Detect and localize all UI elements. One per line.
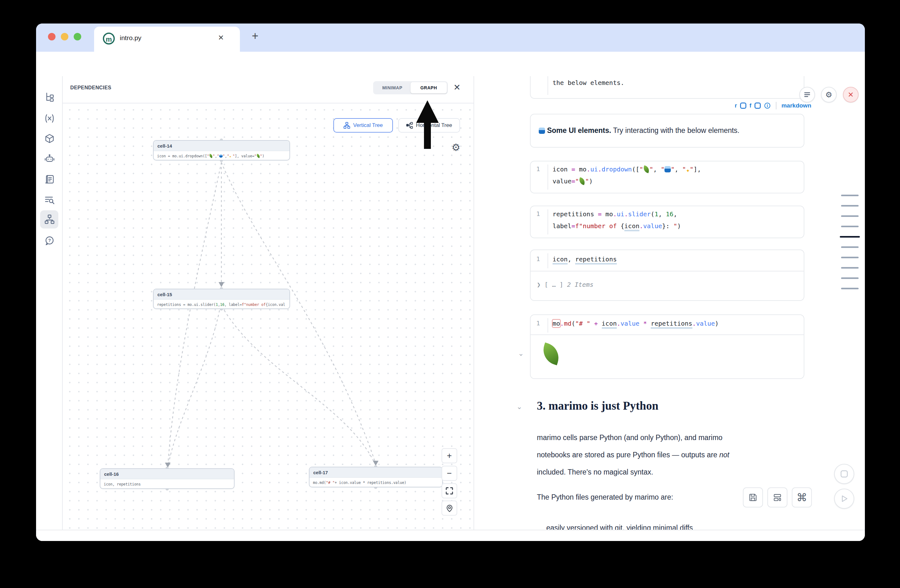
toggle-minimap[interactable]: MINIMAP xyxy=(374,82,411,93)
line-number: 1 xyxy=(536,255,540,263)
code-line[interactable]: icon = mo.ui.dropdown(["", "", ""], xyxy=(552,163,801,176)
panel-title: DEPENDENCIES xyxy=(70,85,111,91)
new-tab-button[interactable]: + xyxy=(252,29,258,43)
save-icon xyxy=(748,493,758,502)
delete-cell-button[interactable]: ✕ xyxy=(843,87,859,102)
sidebar-item-snippets[interactable] xyxy=(43,173,56,187)
vertical-tree-label: Vertical Tree xyxy=(353,122,383,128)
notebook-pane: 1 ** Some UI elements.** Try interacting… xyxy=(473,76,865,530)
drag-handle-menu-button[interactable] xyxy=(799,87,815,102)
code-line[interactable]: repetitions = mo.ui.slider(1, 16, xyxy=(552,208,801,220)
minimap-cell-marker[interactable] xyxy=(841,215,859,217)
minimap-cell-marker[interactable] xyxy=(841,226,859,227)
minimap-cell-marker[interactable] xyxy=(841,277,859,279)
leaf-output xyxy=(542,345,560,363)
close-window-button[interactable] xyxy=(48,33,56,40)
cell-divider xyxy=(531,271,804,271)
graph-node-cell-14[interactable]: cell-14 icon = mo.ui.dropdown(["", "", "… xyxy=(153,140,290,161)
minimap-cell-marker[interactable] xyxy=(841,267,859,269)
node-code: mo.md("# " + icon.value * repetitions.va… xyxy=(309,478,442,487)
minimap-cell-marker[interactable] xyxy=(841,205,859,207)
node-title: cell-15 xyxy=(154,289,289,300)
code-cell-dropdown[interactable]: 1 icon = mo.ui.dropdown(["", "", ""], va… xyxy=(530,161,804,193)
node-code: icon = mo.ui.dropdown(["", "", ""], valu… xyxy=(154,151,289,161)
center-view-pin-icon[interactable] xyxy=(442,501,457,515)
line-number: 1 xyxy=(536,165,540,173)
graph-settings-gear-icon[interactable]: ⚙ xyxy=(452,142,460,153)
node-title: cell-17 xyxy=(309,467,442,478)
browser-window: m intro.py ✕ + ← → localhost:2718 xyxy=(36,23,865,541)
annotation-arrow xyxy=(412,99,444,152)
paragraph-line: The Python files generated by marimo are… xyxy=(537,493,673,501)
code-cell-refs[interactable]: 1 icon, repetitions ❯ [ … ] 2 Items xyxy=(530,249,804,301)
clipped-paragraph: easily versioned with git, yielding mini… xyxy=(546,524,693,530)
code-line[interactable]: mo.md("# " + icon.value * repetitions.va… xyxy=(552,317,801,330)
save-button[interactable] xyxy=(743,487,763,508)
tab-title: intro.py xyxy=(120,34,141,42)
sidebar-item-dependencies[interactable] xyxy=(43,212,56,226)
sidebar-item-variables[interactable] xyxy=(43,111,56,125)
zoom-in-button[interactable]: + xyxy=(442,448,457,463)
graph-node-cell-17[interactable]: cell-17 mo.md("# " + icon.value * repeti… xyxy=(309,467,443,487)
node-title: cell-16 xyxy=(100,469,234,479)
sidebar-item-ai-assistant[interactable] xyxy=(43,152,56,166)
maximize-window-button[interactable] xyxy=(74,33,81,40)
code-line[interactable]: icon, repetitions xyxy=(552,253,801,265)
browser-tab[interactable]: m intro.py ✕ xyxy=(94,27,240,52)
minimize-window-button[interactable] xyxy=(61,33,68,40)
svg-text:?: ? xyxy=(48,238,51,243)
sidebar-item-packages[interactable] xyxy=(43,132,56,146)
command-shortcuts-button[interactable]: ⌘ xyxy=(792,487,812,508)
graph-node-cell-16[interactable]: cell-16 icon, repetitions xyxy=(100,468,234,489)
code-line[interactable]: value="") xyxy=(552,175,801,187)
code-cell-md[interactable]: 1 mo.md("# " + icon.value * repetitions.… xyxy=(530,314,804,379)
zoom-out-button[interactable]: − xyxy=(442,466,457,481)
stop-button[interactable] xyxy=(834,464,854,484)
tab-strip: m intro.py ✕ + xyxy=(36,23,865,52)
code-line[interactable]: the below elements. xyxy=(552,77,801,89)
node-code: icon, repetitions xyxy=(100,479,234,489)
run-button[interactable] xyxy=(834,489,854,509)
panel-close-icon[interactable]: ✕ xyxy=(453,82,461,93)
fit-view-button[interactable] xyxy=(442,483,457,498)
marimo-favicon-icon: m xyxy=(103,32,115,45)
sidebar-item-logs-search[interactable] xyxy=(43,193,56,207)
refs-output[interactable]: ❯ [ … ] 2 Items xyxy=(537,281,594,288)
sidebar-item-help[interactable]: ? xyxy=(43,234,56,248)
line-number: 1 xyxy=(536,319,540,327)
toggle-graph[interactable]: GRAPH xyxy=(411,82,447,93)
minimap-cell-marker[interactable] xyxy=(841,257,859,258)
collapse-chevron-icon[interactable]: ⌄ xyxy=(518,350,524,357)
view-toggle: MINIMAP GRAPH xyxy=(373,81,448,94)
graph-node-cell-15[interactable]: cell-15 repetitions = mo.ui.slider(1, 16… xyxy=(153,289,290,309)
cell-settings-gear-icon[interactable]: ⚙ xyxy=(821,87,836,102)
format-checkbox[interactable] xyxy=(754,102,761,109)
section-collapse-chevron-icon[interactable]: ⌄ xyxy=(517,403,522,411)
minimap-cell-marker[interactable] xyxy=(841,246,859,248)
vertical-tree-icon xyxy=(343,122,350,129)
sidebar-item-file-explorer[interactable] xyxy=(43,90,56,104)
minimap-cell-marker-active[interactable] xyxy=(840,236,860,238)
section-heading: 3. marimo is just Python xyxy=(537,399,658,413)
line-number: 1 xyxy=(536,210,540,218)
code-cell-slider[interactable]: 1 repetitions = mo.ui.slider(1, 16, labe… xyxy=(530,206,804,238)
tab-close-icon[interactable]: ✕ xyxy=(218,34,224,42)
vertical-tree-button[interactable]: Vertical Tree xyxy=(334,118,393,133)
markdown-editor-cell[interactable]: 1 ** Some UI elements.** Try interacting… xyxy=(530,76,804,99)
language-badge[interactable]: markdown xyxy=(782,102,811,109)
cell-divider xyxy=(531,334,804,335)
dependencies-panel-header: DEPENDENCIES MINIMAP GRAPH ✕ xyxy=(63,76,473,104)
status-bar: 0 0 xyxy=(36,530,865,541)
layout-icon xyxy=(773,493,782,502)
footer-divider xyxy=(776,102,776,109)
dependency-graph-canvas[interactable]: Vertical Tree Horizontal Tree ⚙ cell-14 … xyxy=(63,104,473,530)
info-icon[interactable] xyxy=(764,102,771,109)
minimap-cell-marker[interactable] xyxy=(841,195,859,196)
minimap-cell-marker[interactable] xyxy=(841,288,859,289)
play-icon xyxy=(840,495,848,503)
run-checkbox[interactable] xyxy=(740,102,746,109)
code-line[interactable]: label=f"number of {icon.value}: ") xyxy=(552,220,801,232)
paragraph-line: marimo cells parse Python (and only Pyth… xyxy=(537,433,723,442)
format-toggle-label: f xyxy=(749,102,751,109)
layout-button[interactable] xyxy=(767,487,787,508)
